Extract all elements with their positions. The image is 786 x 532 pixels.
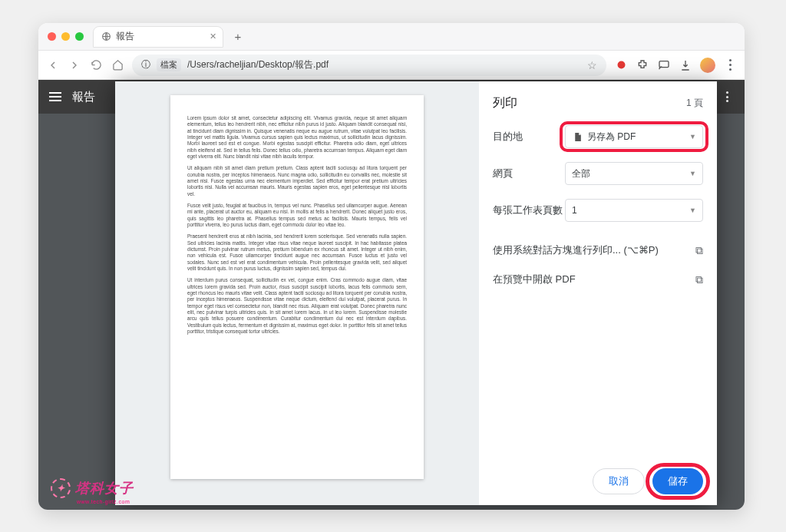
pdf-menu-icon[interactable] [49, 92, 61, 101]
cancel-button[interactable]: 取消 [593, 468, 645, 494]
svg-point-1 [617, 61, 625, 69]
preview-page: Lorem ipsum dolor sit amet, consectetur … [170, 95, 424, 479]
svg-rect-2 [659, 61, 669, 67]
open-preview-link[interactable]: 在預覽中開啟 PDF ⧉ [493, 265, 703, 294]
chevron-down-icon: ▼ [689, 133, 696, 140]
home-button[interactable] [111, 58, 124, 72]
back-button[interactable] [46, 58, 60, 72]
maximize-window[interactable] [75, 32, 84, 41]
watermark-icon: ✦ [51, 478, 71, 498]
sheets-value: 1 [572, 205, 577, 216]
save-button[interactable]: 儲存 [652, 468, 703, 494]
downloads-icon[interactable] [679, 58, 692, 72]
system-dialog-link[interactable]: 使用系統對話方塊進行列印... (⌥⌘P) ⧉ [493, 236, 703, 265]
print-settings-panel: 列印 1 頁 目的地 另存為 PDF ▼ 網頁 全部 ▼ [479, 81, 717, 505]
watermark-name: 塔科女子 [75, 479, 134, 497]
close-window[interactable] [48, 32, 56, 41]
sheets-select[interactable]: 1 ▼ [565, 199, 703, 222]
pages-select[interactable]: 全部 ▼ [565, 162, 703, 185]
sheets-label: 每張工作表頁數 [493, 203, 565, 217]
content-area: 報告 Ut interdum purus consequat, sollicit… [38, 80, 745, 510]
watermark-url: www.tech-girlz.com [77, 499, 130, 504]
destination-value: 另存為 PDF [587, 131, 636, 144]
bookmark-star-icon[interactable]: ☆ [587, 59, 597, 71]
watermark: ✦ 塔科女子 www.tech-girlz.com [51, 478, 134, 498]
address-bar[interactable]: ⓘ 檔案 /Users/racheljian/Desktop/報告.pdf ☆ [132, 55, 606, 76]
chevron-down-icon: ▼ [689, 207, 696, 214]
cast-icon[interactable] [657, 58, 671, 72]
pdf-icon [572, 131, 583, 142]
open-external-icon: ⧉ [695, 244, 703, 257]
destination-label: 目的地 [493, 130, 565, 144]
info-icon: ⓘ [141, 58, 150, 71]
print-dialog: Lorem ipsum dolor sit amet, consectetur … [115, 81, 717, 505]
scheme-badge: 檔案 [157, 58, 181, 71]
page-count: 1 頁 [686, 97, 703, 110]
open-external-icon: ⧉ [695, 273, 703, 286]
menu-button[interactable] [723, 58, 737, 72]
globe-icon [101, 31, 111, 41]
window-controls [48, 32, 84, 41]
extensions-button[interactable] [636, 58, 649, 72]
destination-select[interactable]: 另存為 PDF ▼ [565, 125, 703, 148]
browser-tab[interactable]: 報告 ✕ [93, 26, 223, 48]
pdf-more-icon[interactable] [720, 90, 734, 104]
pages-label: 網頁 [493, 167, 565, 180]
browser-window: 報告 ✕ + ⓘ 檔案 /Users/racheljian/Desktop/報告… [38, 23, 745, 510]
pages-value: 全部 [572, 167, 590, 180]
print-preview: Lorem ipsum dolor sit amet, consectetur … [115, 81, 479, 505]
browser-toolbar: ⓘ 檔案 /Users/racheljian/Desktop/報告.pdf ☆ [38, 51, 745, 80]
new-tab-button[interactable]: + [230, 28, 246, 45]
url-text: /Users/racheljian/Desktop/報告.pdf [187, 58, 329, 71]
print-title: 列印 [493, 95, 517, 111]
tab-title: 報告 [116, 30, 134, 43]
dialog-actions: 取消 儲存 [493, 468, 703, 494]
chevron-down-icon: ▼ [689, 170, 696, 177]
titlebar: 報告 ✕ + [38, 23, 745, 51]
reload-button[interactable] [89, 58, 103, 72]
pdf-title: 報告 [72, 90, 95, 104]
minimize-window[interactable] [61, 32, 70, 41]
forward-button[interactable] [68, 58, 81, 72]
tab-close-icon[interactable]: ✕ [210, 31, 216, 41]
extension-icon[interactable] [614, 58, 628, 72]
profile-avatar[interactable] [700, 58, 715, 73]
